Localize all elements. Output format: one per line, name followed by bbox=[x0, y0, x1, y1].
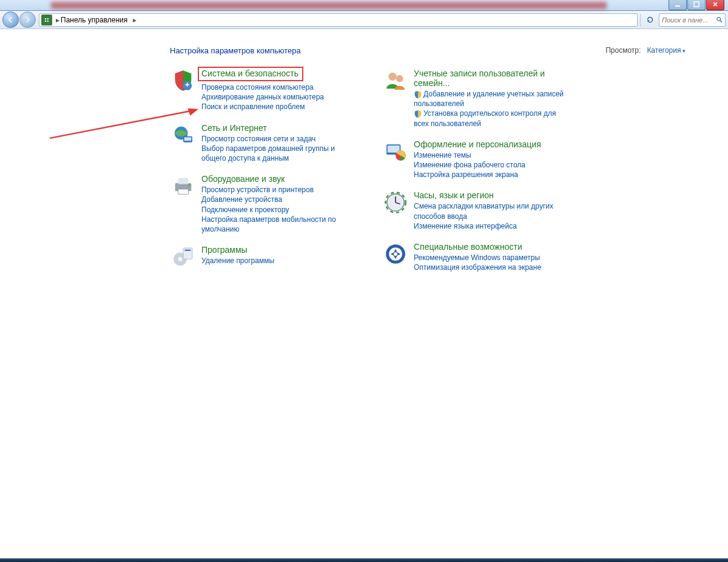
programs-icon bbox=[170, 245, 197, 272]
svg-rect-11 bbox=[187, 82, 188, 87]
annotation-highlight: Система и безопасность bbox=[198, 67, 303, 81]
task-link[interactable]: Удаление программы bbox=[201, 256, 352, 266]
category-system-security: Система и безопасность Проверка состояни… bbox=[170, 69, 352, 112]
category-title[interactable]: Оформление и персонализация bbox=[414, 139, 541, 149]
svg-rect-2 bbox=[44, 17, 50, 22]
category-title[interactable]: Система и безопасность bbox=[201, 69, 298, 78]
svg-rect-6 bbox=[47, 20, 49, 21]
toolbar-separator bbox=[640, 14, 641, 26]
ease-of-access-icon bbox=[382, 242, 409, 269]
svg-rect-16 bbox=[178, 178, 189, 184]
svg-point-24 bbox=[396, 75, 403, 82]
search-input[interactable] bbox=[662, 16, 716, 24]
task-link[interactable]: Изменение языка интерфейса bbox=[414, 221, 564, 231]
category-title[interactable]: Часы, язык и регион bbox=[414, 190, 494, 200]
task-link[interactable]: Установка родительского контроля для все… bbox=[414, 109, 564, 128]
task-link[interactable]: Выбор параметров домашней группы и общег… bbox=[201, 144, 352, 163]
task-link[interactable]: Поиск и исправление проблем bbox=[201, 102, 352, 112]
svg-rect-5 bbox=[45, 20, 46, 21]
svg-rect-17 bbox=[178, 189, 189, 194]
category-title[interactable]: Специальные возможности bbox=[414, 242, 522, 252]
column-right: Учетные записи пользователей и семейн...… bbox=[382, 69, 564, 283]
svg-point-7 bbox=[716, 18, 720, 21]
chevron-right-icon: ▸ bbox=[56, 16, 59, 24]
control-panel-icon bbox=[41, 15, 52, 25]
forward-button[interactable] bbox=[19, 12, 36, 28]
category-ease-of-access: Специальные возможности Рекомендуемые Wi… bbox=[382, 242, 564, 272]
category-programs: Программы Удаление программы bbox=[170, 245, 352, 272]
title-blur bbox=[51, 2, 607, 9]
view-by-label: Просмотр: bbox=[605, 46, 641, 55]
view-by: Просмотр: Категория bbox=[605, 46, 686, 55]
search-box[interactable] bbox=[659, 13, 726, 27]
svg-point-23 bbox=[388, 73, 396, 81]
chevron-right-icon: ▸ bbox=[129, 16, 136, 24]
category-clock-region: Часы, язык и регион Смена раскладки клав… bbox=[382, 190, 564, 231]
task-link[interactable]: Добавление устройства bbox=[201, 195, 352, 204]
uac-shield-icon bbox=[414, 90, 422, 99]
svg-rect-22 bbox=[185, 250, 191, 252]
task-link[interactable]: Рекомендуемые Windows параметры bbox=[414, 253, 564, 263]
taskbar-edge bbox=[0, 558, 728, 562]
category-title[interactable]: Программы bbox=[201, 245, 248, 255]
task-link[interactable]: Добавление и удаление учетных записей по… bbox=[414, 89, 564, 109]
uac-shield-icon bbox=[414, 110, 422, 118]
task-link[interactable]: Проверка состояния компьютера bbox=[201, 82, 352, 92]
svg-point-20 bbox=[178, 257, 183, 261]
svg-rect-14 bbox=[184, 137, 192, 141]
task-link[interactable]: Просмотр устройств и принтеров bbox=[201, 185, 352, 195]
column-left: Система и безопасность Проверка состояни… bbox=[170, 69, 352, 283]
svg-line-8 bbox=[720, 21, 722, 22]
globe-network-icon bbox=[170, 123, 197, 150]
task-link[interactable]: Настройка параметров мобильности по умол… bbox=[201, 215, 352, 234]
clock-icon bbox=[382, 190, 409, 217]
task-link[interactable]: Изменение темы bbox=[414, 150, 564, 160]
svg-rect-3 bbox=[45, 18, 46, 19]
task-link[interactable]: Настройка разрешения экрана bbox=[414, 170, 564, 179]
task-link[interactable]: Просмотр состояния сети и задач bbox=[201, 134, 352, 144]
task-link[interactable]: Смена раскладки клавиатуры или других сп… bbox=[414, 201, 564, 221]
category-user-accounts: Учетные записи пользователей и семейн...… bbox=[382, 69, 564, 129]
content: Настройка параметров компьютера Просмотр… bbox=[0, 29, 728, 283]
category-hardware: Оборудование и звук Просмотр устройств и… bbox=[170, 174, 352, 234]
back-button[interactable] bbox=[2, 12, 19, 28]
breadcrumb-label: Панель управления bbox=[61, 16, 127, 24]
users-icon bbox=[382, 69, 409, 95]
close-button[interactable] bbox=[706, 0, 724, 10]
maximize-button[interactable] bbox=[687, 0, 706, 10]
category-title[interactable]: Сеть и Интернет bbox=[201, 123, 267, 133]
appearance-icon bbox=[382, 139, 409, 166]
task-link[interactable]: Оптимизация изображения на экране bbox=[414, 263, 564, 272]
task-link[interactable]: Подключение к проектору bbox=[201, 205, 352, 215]
breadcrumb[interactable]: ▸ Панель управления ▸ bbox=[39, 13, 638, 27]
title-bar bbox=[0, 0, 728, 11]
category-appearance: Оформление и персонализация Изменение те… bbox=[382, 139, 564, 180]
svg-point-18 bbox=[188, 184, 190, 186]
category-title[interactable]: Оборудование и звук bbox=[201, 174, 285, 184]
category-title[interactable]: Учетные записи пользователей и семейн... bbox=[414, 69, 564, 88]
view-by-dropdown[interactable]: Категория bbox=[647, 46, 686, 55]
toolbar: ▸ Панель управления ▸ bbox=[0, 11, 728, 29]
svg-rect-0 bbox=[675, 5, 680, 7]
refresh-button[interactable] bbox=[643, 13, 656, 27]
task-link[interactable]: Изменение фона рабочего стола bbox=[414, 160, 564, 170]
minimize-button[interactable] bbox=[669, 0, 687, 10]
shield-icon bbox=[170, 69, 197, 95]
printer-icon bbox=[170, 174, 197, 201]
svg-rect-4 bbox=[47, 18, 49, 19]
task-link[interactable]: Архивирование данных компьютера bbox=[201, 92, 352, 102]
search-icon bbox=[716, 16, 723, 24]
svg-rect-1 bbox=[694, 2, 699, 7]
category-network: Сеть и Интернет Просмотр состояния сети … bbox=[170, 123, 352, 164]
